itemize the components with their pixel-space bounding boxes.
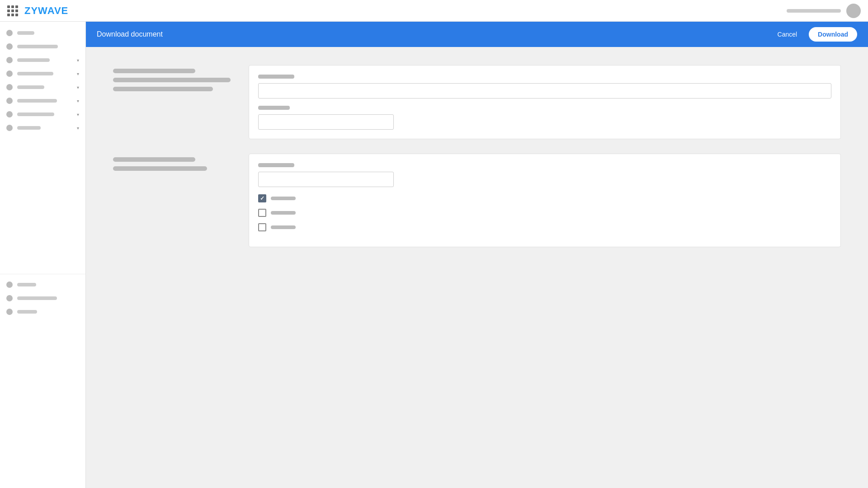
chevron-down-icon: ▾: [77, 58, 79, 63]
sidebar-dot: [6, 70, 13, 77]
modal-actions: Cancel Download: [773, 27, 857, 42]
modal-header: Download document Cancel Download: [86, 22, 868, 47]
modal-title: Download document: [97, 30, 163, 38]
sidebar-dot: [6, 125, 13, 131]
sidebar-item-2[interactable]: ▾: [0, 53, 85, 67]
placeholder-line: [113, 78, 231, 82]
page-body: [86, 47, 868, 488]
checkbox-row-2: [258, 209, 831, 217]
placeholder-line: [113, 69, 195, 73]
download-button[interactable]: Download: [809, 27, 857, 42]
navbar: ZYWAVE: [0, 0, 868, 22]
section-2: [113, 154, 841, 247]
sidebar-label: [17, 310, 37, 314]
avatar[interactable]: [846, 4, 861, 18]
checkbox-row-3: [258, 223, 831, 231]
sidebar-label: [17, 58, 50, 62]
logo: ZYWAVE: [24, 5, 68, 17]
sidebar-dot: [6, 30, 13, 36]
field-input-2[interactable]: [258, 114, 394, 130]
chevron-down-icon: ▾: [77, 126, 79, 131]
sidebar-item-3[interactable]: ▾: [0, 67, 85, 80]
checkbox-2[interactable]: [258, 209, 266, 217]
placeholder-line: [113, 87, 213, 91]
chevron-down-icon: ▾: [77, 85, 79, 90]
placeholder-line: [113, 157, 195, 162]
sidebar-label: [17, 85, 44, 89]
sidebar-item-0[interactable]: [0, 26, 85, 40]
grid-menu-icon[interactable]: [7, 5, 18, 16]
field-group-1: [258, 75, 831, 99]
sidebar-label: [17, 113, 54, 116]
main-layout: ▾ ▾ ▾ ▾ ▾ ▾: [0, 22, 868, 488]
chevron-down-icon: ▾: [77, 99, 79, 103]
sidebar-dot: [6, 295, 13, 301]
sidebar-bottom-item-1[interactable]: [0, 291, 85, 305]
sidebar-item-4[interactable]: ▾: [0, 80, 85, 94]
field-group-2: [258, 106, 831, 130]
content-area: Download document Cancel Download: [86, 22, 868, 488]
sidebar-dot: [6, 111, 13, 117]
field-input-3[interactable]: [258, 172, 394, 187]
checkbox-label-1: [271, 197, 296, 200]
sidebar-item-5[interactable]: ▾: [0, 94, 85, 108]
sidebar-label: [17, 283, 36, 286]
sidebar-bottom-item-2[interactable]: [0, 305, 85, 319]
sidebar-dot: [6, 98, 13, 104]
navbar-right: [787, 4, 861, 18]
sidebar-label: [17, 72, 53, 75]
field-input-1[interactable]: [258, 83, 831, 99]
checkbox-3[interactable]: [258, 223, 266, 231]
nav-placeholder: [787, 9, 841, 13]
sidebar-item-6[interactable]: ▾: [0, 108, 85, 121]
sidebar-dot: [6, 309, 13, 315]
sidebar-dot: [6, 84, 13, 90]
section-1-card: [249, 65, 841, 139]
card-1: [249, 65, 841, 139]
checkbox-1[interactable]: [258, 194, 266, 202]
sidebar-label: [17, 99, 57, 103]
sidebar-label: [17, 31, 34, 35]
field-group-3: [258, 163, 831, 187]
sidebar-item-1[interactable]: [0, 40, 85, 53]
section-1: [113, 65, 841, 139]
sidebar-dot: [6, 282, 13, 288]
field-label: [258, 75, 294, 79]
section-2-left: [113, 154, 231, 247]
chevron-down-icon: ▾: [77, 112, 79, 117]
chevron-down-icon: ▾: [77, 71, 79, 76]
sidebar-label: [17, 45, 58, 48]
field-label: [258, 163, 294, 167]
placeholder-line: [113, 166, 207, 171]
section-1-left: [113, 65, 231, 139]
navbar-left: ZYWAVE: [7, 5, 68, 17]
sidebar-label: [17, 296, 57, 300]
cancel-button[interactable]: Cancel: [773, 28, 802, 41]
card-2: [249, 154, 841, 247]
sidebar-item-7[interactable]: ▾: [0, 121, 85, 135]
section-2-card: [249, 154, 841, 247]
checkbox-row-1: [258, 194, 831, 202]
sidebar-dot: [6, 43, 13, 50]
checkbox-label-3: [271, 225, 296, 229]
sidebar-divider: [0, 274, 85, 274]
sidebar-bottom-item-0[interactable]: [0, 278, 85, 291]
checkbox-label-2: [271, 211, 296, 215]
sidebar: ▾ ▾ ▾ ▾ ▾ ▾: [0, 22, 86, 488]
sidebar-dot: [6, 57, 13, 63]
field-label: [258, 106, 290, 110]
sidebar-label: [17, 126, 41, 130]
